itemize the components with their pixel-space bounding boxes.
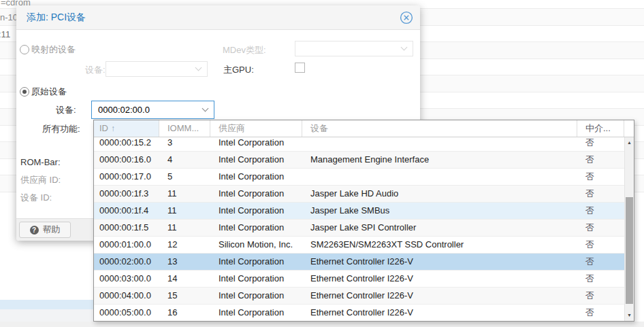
dialog-title: 添加: PCI设备 bbox=[27, 12, 86, 24]
column-header-mediated[interactable]: 中介... bbox=[577, 120, 624, 137]
row-cell-iommu: 16 bbox=[159, 305, 210, 321]
scrollbar-thumb[interactable] bbox=[626, 197, 633, 304]
row-cell-id: 0000:01:00.0 bbox=[94, 237, 159, 253]
row-cell-mediated: 否 bbox=[577, 237, 624, 253]
row-cell-id: 0000:05:00.0 bbox=[94, 305, 159, 321]
row-cell-mediated: 否 bbox=[577, 152, 624, 168]
vertical-scrollbar[interactable]: ▲ ▼ bbox=[624, 137, 634, 321]
row-cell-device: Ethernet Controller I226-V bbox=[302, 305, 577, 321]
help-button-label: 帮助 bbox=[43, 224, 61, 236]
mapped-device-radio-label: 映射的设备 bbox=[31, 44, 76, 55]
row-cell-mediated: 否 bbox=[577, 271, 624, 287]
row-cell-mediated: 否 bbox=[577, 169, 624, 185]
column-label: 供应商 bbox=[219, 123, 245, 133]
mapped-device-radio[interactable] bbox=[20, 45, 29, 54]
vendor-id-label: 供应商 ID: bbox=[20, 175, 61, 186]
device-id-label: 设备 ID: bbox=[20, 192, 52, 203]
row-cell-mediated: 否 bbox=[577, 137, 624, 151]
row-cell-iommu: 3 bbox=[159, 137, 210, 151]
row-cell-mediated: 否 bbox=[577, 203, 624, 219]
device-label: 设备: bbox=[56, 105, 76, 116]
scroll-down-icon[interactable]: ▼ bbox=[625, 311, 634, 320]
column-label: ID bbox=[99, 123, 108, 133]
row-cell-device bbox=[302, 137, 577, 151]
row-cell-mediated: 否 bbox=[577, 220, 624, 236]
row-cell-iommu: 4 bbox=[159, 152, 210, 168]
row-cell-mediated: 否 bbox=[577, 186, 624, 202]
table-row[interactable]: 0000:00:17.0 5 Intel Corporation 否 bbox=[94, 169, 624, 186]
row-cell-device: SM2263EN/SM2263XT SSD Controller bbox=[302, 237, 577, 253]
background-selected-row bbox=[0, 300, 93, 309]
table-row[interactable]: 0000:00:1f.3 11 Intel Corporation Jasper… bbox=[94, 186, 624, 203]
device-select[interactable]: 0000:02:00.0 bbox=[91, 101, 214, 119]
all-functions-label: 所有功能: bbox=[42, 124, 80, 135]
row-cell-vendor: Intel Corporation bbox=[210, 137, 302, 151]
device-picker-dropdown: ID↑ IOMM... 供应商 设备 中介... 0000:00:15.2 3 … bbox=[93, 120, 634, 322]
row-cell-id: 0000:00:1f.3 bbox=[94, 186, 159, 202]
column-label: IOMM... bbox=[167, 123, 199, 133]
mdev-type-select[interactable] bbox=[295, 41, 413, 56]
row-cell-vendor: Intel Corporation bbox=[210, 305, 302, 321]
table-row[interactable]: 0000:00:16.0 4 Intel Corporation Managem… bbox=[94, 152, 624, 169]
column-header-vendor[interactable]: 供应商 bbox=[210, 120, 302, 137]
row-cell-iommu: 11 bbox=[159, 220, 210, 236]
background-panel-area bbox=[0, 309, 93, 322]
background-footer-strip bbox=[0, 322, 644, 327]
column-header-iommu[interactable]: IOMM... bbox=[159, 120, 210, 137]
row-cell-vendor: Intel Corporation bbox=[210, 271, 302, 287]
close-button[interactable] bbox=[400, 11, 413, 24]
mapped-device-field-label: 设备: bbox=[85, 65, 106, 75]
chevron-down-icon bbox=[203, 106, 208, 111]
device-table-rows: 0000:00:15.2 3 Intel Corporation 否 0000:… bbox=[94, 137, 624, 321]
table-row[interactable]: 0000:00:15.2 3 Intel Corporation 否 bbox=[94, 137, 624, 152]
row-cell-iommu: 13 bbox=[159, 254, 210, 270]
column-header-device[interactable]: 设备 bbox=[302, 120, 577, 137]
row-cell-id: 0000:00:1f.5 bbox=[94, 220, 159, 236]
row-cell-id: 0000:00:15.2 bbox=[94, 137, 159, 151]
row-cell-id: 0000:00:1f.4 bbox=[94, 203, 159, 219]
primary-gpu-label: 主GPU: bbox=[223, 65, 254, 75]
table-row[interactable]: 0000:03:00.0 14 Intel Corporation Ethern… bbox=[94, 271, 624, 288]
table-row[interactable]: 0000:04:00.0 15 Intel Corporation Ethern… bbox=[94, 288, 624, 305]
row-cell-vendor: Silicon Motion, Inc. bbox=[210, 237, 302, 253]
row-cell-vendor: Intel Corporation bbox=[210, 203, 302, 219]
row-cell-vendor: Intel Corporation bbox=[210, 169, 302, 185]
table-row[interactable]: 0000:00:1f.4 11 Intel Corporation Jasper… bbox=[94, 203, 624, 220]
raw-device-radio[interactable] bbox=[20, 87, 29, 97]
row-cell-id: 0000:03:00.0 bbox=[94, 271, 159, 287]
background-text-fragment: :11 bbox=[0, 29, 10, 39]
table-row[interactable]: 0000:01:00.0 12 Silicon Motion, Inc. SM2… bbox=[94, 237, 624, 254]
row-cell-id: 0000:00:16.0 bbox=[94, 152, 159, 168]
row-cell-id: 0000:00:17.0 bbox=[94, 169, 159, 185]
picker-body: 0000:00:15.2 3 Intel Corporation 否 0000:… bbox=[94, 137, 624, 321]
scroll-up-icon[interactable]: ▲ bbox=[625, 139, 634, 147]
row-cell-mediated: 否 bbox=[577, 288, 624, 304]
dialog-header[interactable]: 添加: PCI设备 bbox=[16, 5, 420, 30]
row-cell-iommu: 11 bbox=[159, 186, 210, 202]
row-cell-device: Jasper Lake SMBus bbox=[302, 203, 577, 219]
row-cell-device: Ethernet Controller I226-V bbox=[302, 288, 577, 304]
row-cell-device: Jasper Lake HD Audio bbox=[302, 186, 577, 202]
primary-gpu-checkbox[interactable] bbox=[295, 63, 305, 73]
table-row[interactable]: 0000:02:00.0 13 Intel Corporation Ethern… bbox=[94, 254, 624, 271]
row-cell-vendor: Intel Corporation bbox=[210, 186, 302, 202]
help-icon: ? bbox=[30, 226, 39, 235]
device-select-value: 0000:02:00.0 bbox=[98, 105, 150, 115]
row-cell-device: Ethernet Controller I226-V bbox=[302, 254, 577, 270]
close-icon bbox=[400, 11, 413, 24]
table-row[interactable]: 0000:05:00.0 16 Intel Corporation Ethern… bbox=[94, 305, 624, 321]
table-row[interactable]: 0000:00:1f.5 11 Intel Corporation Jasper… bbox=[94, 220, 624, 237]
column-header-id[interactable]: ID↑ bbox=[94, 120, 159, 137]
picker-header: ID↑ IOMM... 供应商 设备 中介... bbox=[94, 120, 634, 137]
row-cell-vendor: Intel Corporation bbox=[210, 254, 302, 270]
row-cell-iommu: 11 bbox=[159, 203, 210, 219]
mapped-device-select[interactable] bbox=[106, 61, 208, 77]
row-cell-vendor: Intel Corporation bbox=[210, 152, 302, 168]
row-cell-device: Jasper Lake SPI Controller bbox=[302, 220, 577, 236]
row-cell-iommu: 12 bbox=[159, 237, 210, 253]
rom-bar-label: ROM-Bar: bbox=[20, 157, 61, 168]
row-cell-iommu: 15 bbox=[159, 288, 210, 304]
mdev-type-label: MDev类型: bbox=[223, 45, 266, 56]
help-button[interactable]: ? 帮助 bbox=[19, 222, 71, 238]
proxmox-page: =cdrom n-10 :11 添加: PCI设备 映射的设备 MDev类型: … bbox=[0, 0, 644, 327]
